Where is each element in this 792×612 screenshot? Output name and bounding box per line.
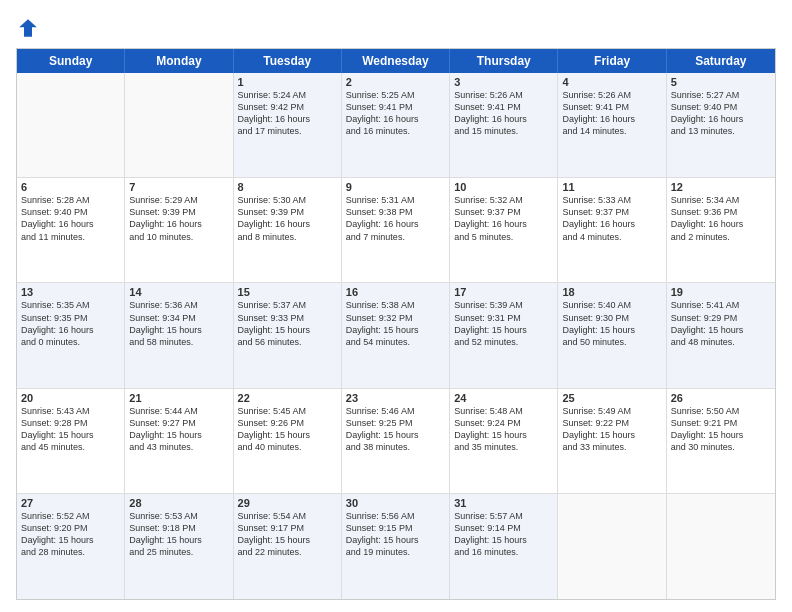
calendar-cell: 27Sunrise: 5:52 AM Sunset: 9:20 PM Dayli… — [17, 494, 125, 599]
cell-info: Sunrise: 5:40 AM Sunset: 9:30 PM Dayligh… — [562, 299, 661, 348]
cell-info: Sunrise: 5:27 AM Sunset: 9:40 PM Dayligh… — [671, 89, 771, 138]
cell-info: Sunrise: 5:30 AM Sunset: 9:39 PM Dayligh… — [238, 194, 337, 243]
cell-date: 8 — [238, 181, 337, 193]
calendar-cell: 8Sunrise: 5:30 AM Sunset: 9:39 PM Daylig… — [234, 178, 342, 282]
cell-date: 12 — [671, 181, 771, 193]
cell-date: 6 — [21, 181, 120, 193]
empty-cell — [17, 73, 125, 177]
calendar-cell: 19Sunrise: 5:41 AM Sunset: 9:29 PM Dayli… — [667, 283, 775, 387]
cell-date: 10 — [454, 181, 553, 193]
cell-info: Sunrise: 5:36 AM Sunset: 9:34 PM Dayligh… — [129, 299, 228, 348]
calendar-row: 1Sunrise: 5:24 AM Sunset: 9:42 PM Daylig… — [17, 73, 775, 178]
cell-date: 28 — [129, 497, 228, 509]
cell-date: 20 — [21, 392, 120, 404]
cell-date: 3 — [454, 76, 553, 88]
cell-info: Sunrise: 5:38 AM Sunset: 9:32 PM Dayligh… — [346, 299, 445, 348]
cell-date: 15 — [238, 286, 337, 298]
header-day: Wednesday — [342, 49, 450, 73]
header-day: Saturday — [667, 49, 775, 73]
header-day: Monday — [125, 49, 233, 73]
calendar-row: 6Sunrise: 5:28 AM Sunset: 9:40 PM Daylig… — [17, 178, 775, 283]
empty-cell — [125, 73, 233, 177]
cell-info: Sunrise: 5:39 AM Sunset: 9:31 PM Dayligh… — [454, 299, 553, 348]
cell-date: 17 — [454, 286, 553, 298]
calendar-body: 1Sunrise: 5:24 AM Sunset: 9:42 PM Daylig… — [17, 73, 775, 599]
cell-date: 2 — [346, 76, 445, 88]
cell-date: 13 — [21, 286, 120, 298]
cell-info: Sunrise: 5:54 AM Sunset: 9:17 PM Dayligh… — [238, 510, 337, 559]
calendar-cell: 14Sunrise: 5:36 AM Sunset: 9:34 PM Dayli… — [125, 283, 233, 387]
cell-date: 31 — [454, 497, 553, 509]
cell-info: Sunrise: 5:33 AM Sunset: 9:37 PM Dayligh… — [562, 194, 661, 243]
cell-date: 16 — [346, 286, 445, 298]
calendar-cell: 2Sunrise: 5:25 AM Sunset: 9:41 PM Daylig… — [342, 73, 450, 177]
header — [16, 16, 776, 40]
cell-info: Sunrise: 5:50 AM Sunset: 9:21 PM Dayligh… — [671, 405, 771, 454]
calendar-cell: 22Sunrise: 5:45 AM Sunset: 9:26 PM Dayli… — [234, 389, 342, 493]
calendar-cell: 26Sunrise: 5:50 AM Sunset: 9:21 PM Dayli… — [667, 389, 775, 493]
page: SundayMondayTuesdayWednesdayThursdayFrid… — [0, 0, 792, 612]
cell-date: 5 — [671, 76, 771, 88]
cell-date: 14 — [129, 286, 228, 298]
cell-info: Sunrise: 5:53 AM Sunset: 9:18 PM Dayligh… — [129, 510, 228, 559]
cell-date: 23 — [346, 392, 445, 404]
calendar-cell: 18Sunrise: 5:40 AM Sunset: 9:30 PM Dayli… — [558, 283, 666, 387]
cell-info: Sunrise: 5:56 AM Sunset: 9:15 PM Dayligh… — [346, 510, 445, 559]
cell-date: 25 — [562, 392, 661, 404]
cell-info: Sunrise: 5:48 AM Sunset: 9:24 PM Dayligh… — [454, 405, 553, 454]
calendar-cell: 20Sunrise: 5:43 AM Sunset: 9:28 PM Dayli… — [17, 389, 125, 493]
calendar-cell: 5Sunrise: 5:27 AM Sunset: 9:40 PM Daylig… — [667, 73, 775, 177]
calendar-row: 13Sunrise: 5:35 AM Sunset: 9:35 PM Dayli… — [17, 283, 775, 388]
calendar-cell: 10Sunrise: 5:32 AM Sunset: 9:37 PM Dayli… — [450, 178, 558, 282]
calendar-cell: 4Sunrise: 5:26 AM Sunset: 9:41 PM Daylig… — [558, 73, 666, 177]
calendar-cell: 25Sunrise: 5:49 AM Sunset: 9:22 PM Dayli… — [558, 389, 666, 493]
cell-info: Sunrise: 5:57 AM Sunset: 9:14 PM Dayligh… — [454, 510, 553, 559]
cell-date: 7 — [129, 181, 228, 193]
calendar-cell: 17Sunrise: 5:39 AM Sunset: 9:31 PM Dayli… — [450, 283, 558, 387]
cell-date: 30 — [346, 497, 445, 509]
calendar-row: 27Sunrise: 5:52 AM Sunset: 9:20 PM Dayli… — [17, 494, 775, 599]
svg-marker-0 — [19, 19, 37, 37]
cell-info: Sunrise: 5:28 AM Sunset: 9:40 PM Dayligh… — [21, 194, 120, 243]
calendar-cell: 16Sunrise: 5:38 AM Sunset: 9:32 PM Dayli… — [342, 283, 450, 387]
calendar-cell: 11Sunrise: 5:33 AM Sunset: 9:37 PM Dayli… — [558, 178, 666, 282]
cell-info: Sunrise: 5:52 AM Sunset: 9:20 PM Dayligh… — [21, 510, 120, 559]
logo — [16, 16, 44, 40]
header-day: Thursday — [450, 49, 558, 73]
calendar-cell: 29Sunrise: 5:54 AM Sunset: 9:17 PM Dayli… — [234, 494, 342, 599]
cell-date: 18 — [562, 286, 661, 298]
calendar-cell: 7Sunrise: 5:29 AM Sunset: 9:39 PM Daylig… — [125, 178, 233, 282]
cell-date: 21 — [129, 392, 228, 404]
calendar-cell: 31Sunrise: 5:57 AM Sunset: 9:14 PM Dayli… — [450, 494, 558, 599]
calendar-cell: 28Sunrise: 5:53 AM Sunset: 9:18 PM Dayli… — [125, 494, 233, 599]
calendar: SundayMondayTuesdayWednesdayThursdayFrid… — [16, 48, 776, 600]
cell-date: 1 — [238, 76, 337, 88]
cell-info: Sunrise: 5:29 AM Sunset: 9:39 PM Dayligh… — [129, 194, 228, 243]
empty-cell — [558, 494, 666, 599]
cell-info: Sunrise: 5:35 AM Sunset: 9:35 PM Dayligh… — [21, 299, 120, 348]
calendar-cell: 9Sunrise: 5:31 AM Sunset: 9:38 PM Daylig… — [342, 178, 450, 282]
header-day: Friday — [558, 49, 666, 73]
cell-date: 29 — [238, 497, 337, 509]
calendar-cell: 30Sunrise: 5:56 AM Sunset: 9:15 PM Dayli… — [342, 494, 450, 599]
calendar-cell: 1Sunrise: 5:24 AM Sunset: 9:42 PM Daylig… — [234, 73, 342, 177]
cell-date: 19 — [671, 286, 771, 298]
cell-info: Sunrise: 5:41 AM Sunset: 9:29 PM Dayligh… — [671, 299, 771, 348]
calendar-cell: 3Sunrise: 5:26 AM Sunset: 9:41 PM Daylig… — [450, 73, 558, 177]
calendar-cell: 6Sunrise: 5:28 AM Sunset: 9:40 PM Daylig… — [17, 178, 125, 282]
cell-info: Sunrise: 5:26 AM Sunset: 9:41 PM Dayligh… — [454, 89, 553, 138]
cell-info: Sunrise: 5:25 AM Sunset: 9:41 PM Dayligh… — [346, 89, 445, 138]
cell-date: 22 — [238, 392, 337, 404]
cell-date: 11 — [562, 181, 661, 193]
cell-info: Sunrise: 5:45 AM Sunset: 9:26 PM Dayligh… — [238, 405, 337, 454]
calendar-cell: 12Sunrise: 5:34 AM Sunset: 9:36 PM Dayli… — [667, 178, 775, 282]
header-day: Tuesday — [234, 49, 342, 73]
logo-icon — [16, 16, 40, 40]
cell-info: Sunrise: 5:37 AM Sunset: 9:33 PM Dayligh… — [238, 299, 337, 348]
cell-info: Sunrise: 5:26 AM Sunset: 9:41 PM Dayligh… — [562, 89, 661, 138]
calendar-header: SundayMondayTuesdayWednesdayThursdayFrid… — [17, 49, 775, 73]
cell-info: Sunrise: 5:46 AM Sunset: 9:25 PM Dayligh… — [346, 405, 445, 454]
calendar-cell: 13Sunrise: 5:35 AM Sunset: 9:35 PM Dayli… — [17, 283, 125, 387]
cell-date: 9 — [346, 181, 445, 193]
cell-date: 24 — [454, 392, 553, 404]
